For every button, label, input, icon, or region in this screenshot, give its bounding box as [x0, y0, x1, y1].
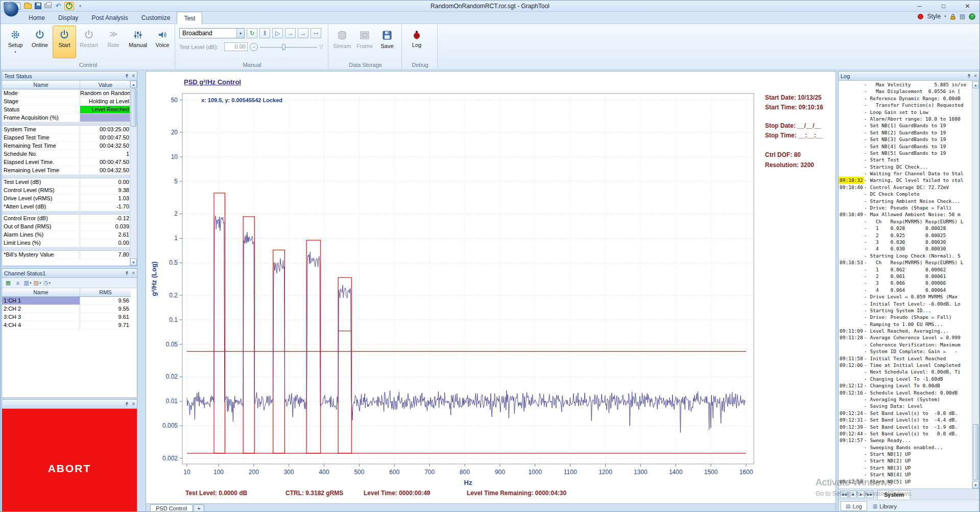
log-entry[interactable]: - 3 0.030 0.00030: [839, 239, 972, 245]
log-entry[interactable]: 09:12:31- Set Band Level(s) to -4.4 dB.: [839, 416, 972, 423]
last-tab-icon[interactable]: ▶▶: [866, 491, 874, 498]
style-color-icon[interactable]: [918, 14, 923, 19]
test-status-row[interactable]: Alarm Lines (%)2.61: [2, 231, 131, 239]
tab-psd-control[interactable]: PSD Control: [150, 504, 193, 512]
log-entry[interactable]: - Max Velocity 5.885 in/se: [839, 81, 972, 88]
close-icon[interactable]: ×: [132, 270, 135, 276]
close-icon[interactable]: ×: [132, 401, 135, 407]
close-button[interactable]: ✕: [955, 1, 979, 11]
channel-row[interactable]: 4:CH 49.71: [2, 321, 131, 330]
advance-button[interactable]: →: [285, 28, 296, 38]
ribbon-tab-home[interactable]: Home: [22, 12, 52, 24]
maximize-button[interactable]: □: [931, 1, 955, 11]
slider-handle[interactable]: [282, 44, 285, 50]
slider-dropdown-icon[interactable]: ▽: [319, 44, 323, 50]
open-folder-icon[interactable]: [23, 2, 32, 10]
test-status-row[interactable]: *Atten Level (dB)-1.70: [2, 203, 131, 211]
test-status-row[interactable]: Elapsed Level Time.00:00:47.50: [2, 158, 131, 167]
log-entry[interactable]: - Set NB[5] GuardBands to 19: [839, 150, 972, 156]
save-button[interactable]: Save: [376, 26, 398, 58]
ribbon-tab-display[interactable]: Display: [52, 12, 85, 24]
previous-tab-icon[interactable]: ◀: [849, 491, 856, 498]
setup-button[interactable]: Setup▾: [4, 26, 27, 58]
frame-button[interactable]: Frame: [354, 26, 375, 58]
pause-button[interactable]: ‖: [259, 28, 270, 38]
test-status-row[interactable]: System Time00:03:25.00: [2, 126, 131, 134]
ribbon-tab-customize[interactable]: Customize: [135, 12, 177, 24]
scroll-thumb[interactable]: [973, 424, 978, 480]
test-status-row[interactable]: Control Level (RMS)9.38: [2, 187, 131, 195]
test-status-row[interactable]: Schedule No.1: [2, 150, 131, 158]
qat-customize-chevron-icon[interactable]: ▾: [76, 2, 84, 10]
test-status-row[interactable]: Frame Acquisition (%): [2, 114, 131, 122]
display-options-icon[interactable]: ▨▾: [33, 279, 41, 287]
log-entry[interactable]: - 1 0.062 0.00062: [839, 266, 972, 273]
log-entry[interactable]: - Drive Level = 0.059 MVRMS (Max: [839, 293, 972, 300]
channel-row[interactable]: 2:CH 29.55: [2, 305, 131, 313]
log-entry[interactable]: 09:12:57- Sweep Ready...: [839, 437, 972, 444]
column-name[interactable]: Name: [2, 81, 80, 89]
log-entry[interactable]: 09:12:06- Time at Initial Level Complete…: [839, 362, 972, 368]
log-entry[interactable]: - Set NB[2] GuardBands to 19: [839, 129, 972, 136]
test-status-row[interactable]: Out of Band (RMS)0.039: [2, 223, 131, 231]
panel-header[interactable]: Channel Status1 ×: [2, 269, 137, 278]
log-entry[interactable]: - Alarm/Abort range: 10.0 to 1600: [839, 115, 972, 122]
power-icon[interactable]: [64, 2, 74, 10]
panel-header[interactable]: Log ×: [839, 72, 979, 81]
start-button[interactable]: Start: [53, 26, 76, 58]
scroll-thumb[interactable]: [131, 88, 136, 127]
ribbon-tab-post-analysis[interactable]: Post Analysis: [85, 12, 134, 24]
first-tab-icon[interactable]: ◀◀: [840, 491, 848, 498]
help-icon[interactable]: ?: [969, 13, 975, 20]
scroll-up-icon[interactable]: ▲: [972, 81, 979, 88]
psd-chart[interactable]: 5020105210.50.20.10.050.020.010.0050.002…: [146, 72, 836, 496]
log-entry[interactable]: 09:12:39- Set Band Level(s) to -1.9 dB.: [839, 424, 972, 430]
test-status-row[interactable]: Elapsed Test Time00:00:47.50: [2, 134, 131, 142]
close-icon[interactable]: ×: [974, 73, 977, 79]
log-entry[interactable]: - 1 0.028 0.00028: [839, 225, 972, 231]
panel-header[interactable]: ×: [2, 400, 137, 409]
test-status-row[interactable]: Test Level (dB)0.00: [2, 178, 131, 187]
log-entry[interactable]: - Starting Ambient Noise Check...: [839, 198, 972, 204]
log-entry[interactable]: - Start Test: [839, 156, 972, 163]
abort-button[interactable]: ABORT: [2, 409, 137, 511]
application-menu-button[interactable]: [4, 2, 19, 17]
scrollbar[interactable]: ▲ ▼: [130, 81, 137, 266]
log-entry[interactable]: 09:10:53- Ch Resp(MVRMS) Resp(EURMS) L: [839, 259, 972, 266]
log-entry[interactable]: - Starting Loop Check (Normal). S: [839, 252, 972, 259]
style-chevron-icon[interactable]: ▾: [944, 14, 946, 18]
rate-button[interactable]: ≫ Rate: [102, 26, 125, 58]
log-entry[interactable]: - Ramping to 1.00 EU RMS...: [839, 321, 972, 328]
channel-row[interactable]: 3:CH 39.61: [2, 313, 131, 321]
log-entry[interactable]: - Transfer Function(s) Requested: [839, 102, 972, 108]
log-entry[interactable]: - Set NB[4] GuardBands to 19: [839, 143, 972, 150]
log-entry[interactable]: - 3 0.066 0.00066: [839, 280, 972, 286]
log-entry[interactable]: 09:12:12- Changing Level To 0.00dB: [839, 382, 972, 389]
log-entry[interactable]: - Ch Resp(MVRMS) Resp(EURMS) L: [839, 218, 972, 225]
log-entry[interactable]: - 2 0.061 0.00061: [839, 273, 972, 280]
log-entry[interactable]: - Set NB[3] GuardBands to 19: [839, 136, 972, 143]
log-entry[interactable]: - Changing Level To -1.60dB: [839, 376, 972, 382]
decrease-level-button[interactable]: −: [250, 43, 258, 51]
log-entry[interactable]: - Starting System ID...: [839, 307, 972, 314]
log-entry[interactable]: - Start NB[3] UP: [839, 464, 972, 471]
log-entry[interactable]: - Start NB[2] UP: [839, 457, 972, 464]
column-name[interactable]: Name: [2, 288, 80, 296]
tab-system[interactable]: System: [877, 490, 911, 499]
minimize-button[interactable]: ─: [907, 1, 931, 11]
test-status-row[interactable]: Control Error (dB)-0.12: [2, 215, 131, 223]
log-entry[interactable]: - Saving Data: Level: [839, 403, 972, 409]
test-status-row[interactable]: StatusLevel Reached: [2, 106, 131, 114]
list-view-icon[interactable]: ≡: [14, 279, 22, 287]
log-entry[interactable]: - Start NB[1] UP: [839, 451, 972, 457]
scroll-down-icon[interactable]: ▼: [130, 259, 137, 266]
test-status-row[interactable]: Remaining Test Time00:04:32.50: [2, 142, 131, 150]
level-slider[interactable]: [260, 43, 317, 51]
close-icon[interactable]: ×: [132, 73, 135, 79]
tab-library[interactable]: ▥Library: [868, 501, 901, 511]
broadband-combobox[interactable]: Broadband ▾: [179, 28, 245, 38]
scroll-up-icon[interactable]: ▲: [130, 81, 137, 88]
log-entry[interactable]: 09:11:58- Initial Test Level Reached: [839, 355, 972, 362]
log-entry[interactable]: - Coherence Verification: Maximum: [839, 341, 972, 348]
ribbon-tab-test[interactable]: Test: [177, 12, 202, 24]
